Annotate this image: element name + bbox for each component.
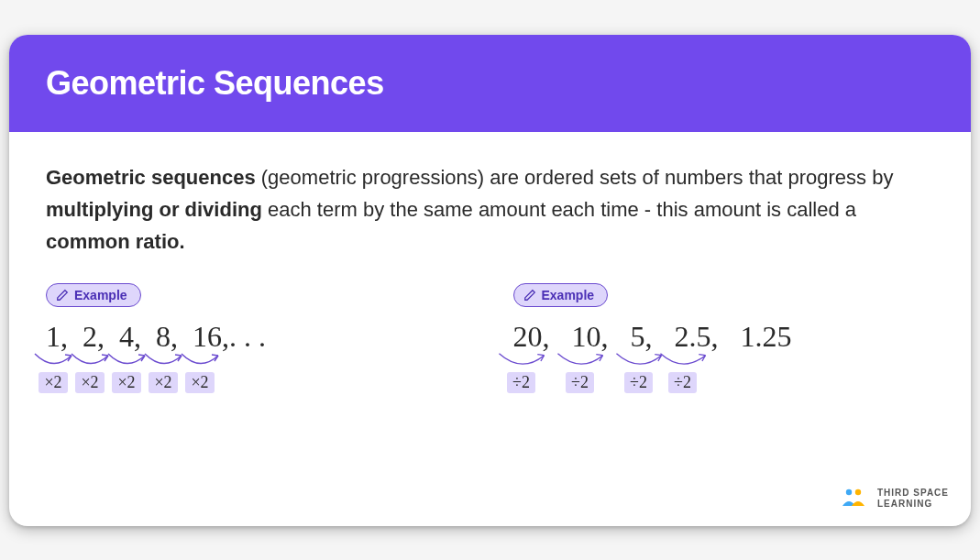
pencil-icon	[56, 289, 69, 302]
op-label: ÷2	[507, 372, 535, 393]
example-badge: Example	[513, 283, 609, 307]
term: 20,	[513, 320, 572, 354]
svg-point-0	[846, 489, 852, 494]
logo-icon	[841, 488, 868, 510]
arrow-icon	[493, 352, 550, 370]
lesson-card: Geometric Sequences Geometric sequences …	[9, 35, 971, 526]
svg-point-1	[855, 489, 861, 494]
term: 5,	[631, 320, 675, 354]
example-badge: Example	[46, 283, 141, 307]
term: 1.25	[741, 320, 792, 354]
arrow-icon	[178, 352, 222, 370]
op-label: ×2	[149, 372, 177, 393]
card-body: Geometric sequences (geometric progressi…	[9, 132, 971, 526]
op-label: ÷2	[668, 372, 697, 393]
term-bold: multiplying or dividing	[46, 198, 262, 221]
term: 1,	[46, 320, 83, 354]
op-label: ×2	[112, 372, 140, 393]
example-block-2: Example 20, ÷2 10, ÷2	[513, 283, 935, 393]
logo-text: THIRD SPACE LEARNING	[877, 488, 949, 510]
arrow-icon	[552, 352, 609, 370]
sequence-2: 20, ÷2 10, ÷2 5,	[513, 320, 935, 393]
term-bold: common ratio.	[46, 230, 185, 253]
term: 8,	[156, 320, 193, 354]
term-bold: Geometric sequences	[46, 166, 256, 189]
definition-text: Geometric sequences (geometric progressi…	[46, 161, 934, 258]
brand-logo: THIRD SPACE LEARNING	[841, 488, 949, 510]
page-title: Geometric Sequences	[46, 64, 934, 103]
op-label: ÷2	[566, 372, 594, 393]
card-header: Geometric Sequences	[9, 35, 971, 132]
term: 4,	[119, 320, 156, 354]
examples-row: Example 1, ×2 2, ×2	[46, 283, 934, 393]
op-label: ÷2	[624, 372, 653, 393]
arrow-icon	[655, 352, 711, 370]
term: 10,	[572, 320, 631, 354]
term: 2,	[83, 320, 119, 354]
pencil-icon	[523, 289, 536, 302]
sequence-1: 1, ×2 2, ×2 4,	[46, 320, 468, 393]
example-block-1: Example 1, ×2 2, ×2	[46, 283, 468, 393]
term: 2.5,	[675, 320, 741, 354]
op-label: ×2	[185, 372, 214, 393]
term: 16,	[193, 320, 229, 354]
op-label: ×2	[39, 372, 67, 393]
ellipsis: . . .	[229, 320, 266, 354]
op-label: ×2	[75, 372, 104, 393]
